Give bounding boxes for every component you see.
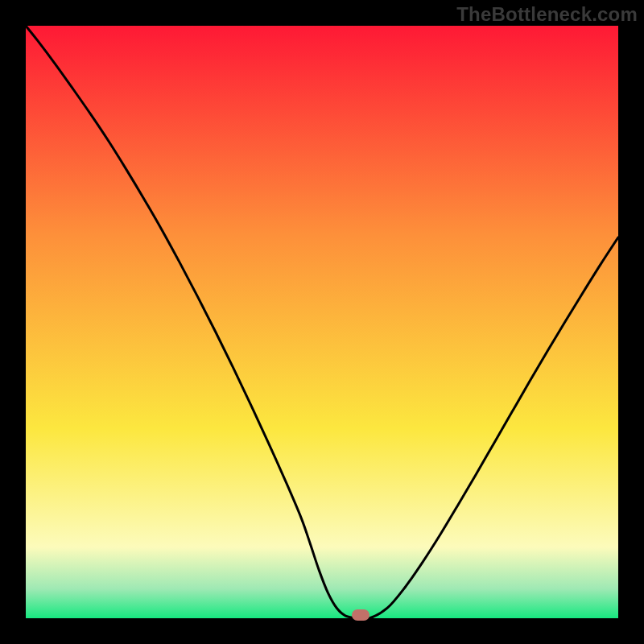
chart-stage: TheBottleneck.com bbox=[0, 0, 644, 644]
gradient-background bbox=[26, 26, 618, 618]
optimal-point-marker bbox=[352, 609, 369, 621]
bottleneck-plot-svg bbox=[26, 26, 618, 618]
plot-area bbox=[26, 26, 618, 618]
watermark-text: TheBottleneck.com bbox=[456, 3, 638, 26]
